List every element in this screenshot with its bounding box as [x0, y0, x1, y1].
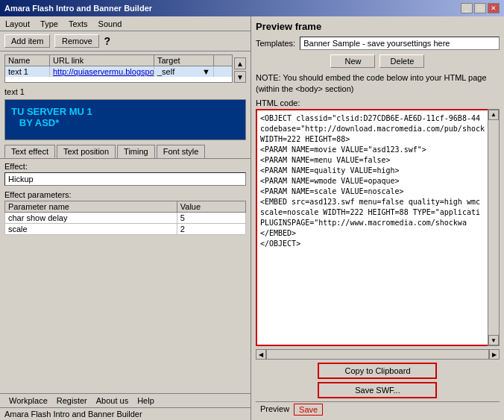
table-row: char show delay 5 [5, 213, 246, 224]
delete-button[interactable]: Delete [379, 54, 424, 68]
list-scroll: ▲ ▼ [234, 54, 246, 83]
scroll-up-arrow[interactable]: ▲ [488, 110, 499, 120]
effect-panel: Effect: Effect parameters: Parameter nam… [0, 159, 251, 238]
list-wrapper: Name URL link Target text 1 http://quias… [4, 54, 246, 83]
cell-url[interactable]: http://quiaservermu.blogspot.c [50, 66, 154, 77]
list-header: Name URL link Target [5, 55, 232, 66]
effect-input[interactable] [4, 172, 246, 186]
cell-name: text 1 [5, 66, 50, 77]
menu-texts[interactable]: Texts [66, 19, 90, 29]
table-row[interactable]: text 1 http://quiaservermu.blogspot.c _s… [5, 66, 232, 77]
html-code-text[interactable]: <OBJECT classid="clsid:D27CDB6E-AE6D-11c… [256, 109, 488, 346]
text-preview-content: TU SERVER MU 1 BY ASD* [11, 106, 239, 128]
params-label: Effect parameters: [4, 190, 246, 199]
scroll-up-arrow[interactable]: ▲ [234, 57, 246, 69]
col-name: Name [5, 55, 50, 66]
add-item-button[interactable]: Add item [4, 34, 50, 48]
col-url: URL link [50, 55, 154, 66]
toolbar: Add item Remove ? [0, 31, 251, 51]
maximize-button[interactable]: □ [474, 3, 486, 13]
scrollbar-vertical[interactable]: ▲ ▼ [488, 109, 500, 346]
templates-label: Templates: [256, 39, 295, 48]
params-table: Parameter name Value char show delay 5 s… [4, 201, 246, 235]
new-button[interactable]: New [330, 54, 375, 68]
scrollbar-horizontal: ◀ ▶ [256, 349, 500, 360]
remove-button[interactable]: Remove [54, 34, 99, 48]
html-code-wrapper: <OBJECT classid="clsid:D27CDB6E-AE6D-11c… [256, 109, 500, 346]
tab-strip: Text effect Text position Timing Font st… [0, 142, 251, 159]
scroll-right-arrow[interactable]: ▶ [489, 349, 500, 360]
right-panel: Preview frame Templates: New Delete NOTE… [251, 16, 504, 420]
save-swf-button[interactable]: Save SWF... [318, 382, 437, 398]
tab-text-effect[interactable]: Text effect [4, 145, 55, 158]
text-preview-box: TU SERVER MU 1 BY ASD* [4, 99, 246, 140]
param-name-1: scale [5, 224, 177, 235]
list-main: Name URL link Target text 1 http://quias… [4, 54, 233, 83]
menu-type[interactable]: Type [38, 19, 60, 29]
right-tab-save[interactable]: Save [294, 404, 323, 416]
preview-frame-title: Preview frame [256, 21, 500, 32]
main-container: Layout Type Texts Sound Add item Remove … [0, 16, 504, 420]
tab-text-position[interactable]: Text position [57, 145, 116, 158]
tab-timing[interactable]: Timing [117, 145, 155, 158]
bottom-tab-register[interactable]: Register [52, 395, 92, 406]
table-row: scale 2 [5, 224, 246, 235]
right-bottom-tabs: Preview Save [256, 401, 500, 416]
menu-sound[interactable]: Sound [96, 19, 125, 29]
text-preview-label: text 1 [0, 86, 251, 98]
params-col-value: Value [177, 201, 245, 213]
menu-bar: Layout Type Texts Sound [0, 16, 251, 31]
template-buttons: New Delete [256, 54, 500, 68]
templates-input[interactable] [300, 37, 500, 50]
status-bar: Amara Flash Intro and Banner Builder [0, 407, 251, 420]
scroll-h-track [266, 349, 489, 360]
html-code-label: HTML code: [256, 98, 500, 107]
scroll-down-arrow[interactable]: ▼ [488, 335, 499, 345]
param-value-1: 2 [177, 224, 245, 235]
close-button[interactable]: ✕ [488, 3, 500, 13]
copy-to-clipboard-button[interactable]: Copy to Clipboard [318, 363, 437, 379]
cell-target: _self ▼ [154, 66, 214, 77]
title-bar: Amara Flash Intro and Banner Builder _ □… [0, 0, 504, 16]
dropdown-arrow-icon[interactable]: ▼ [202, 67, 210, 76]
bottom-tab-help[interactable]: Help [133, 395, 159, 406]
help-icon[interactable]: ? [104, 35, 110, 47]
tab-font-style[interactable]: Font style [157, 145, 206, 158]
bottom-tab-workplace[interactable]: Workplace [4, 395, 52, 406]
scroll-left-arrow[interactable]: ◀ [256, 349, 266, 360]
minimize-button[interactable]: _ [461, 3, 473, 13]
params-col-name: Parameter name [5, 201, 177, 213]
templates-row: Templates: [256, 37, 500, 50]
col-target: Target [154, 55, 214, 66]
window-title: Amara Flash Intro and Banner Builder [4, 4, 152, 13]
bottom-tabs: Workplace Register About us Help [0, 393, 251, 407]
window-controls: _ □ ✕ [461, 3, 500, 13]
scroll-down-arrow[interactable]: ▼ [234, 71, 246, 83]
bottom-tab-about[interactable]: About us [92, 395, 133, 406]
left-panel: Layout Type Texts Sound Add item Remove … [0, 16, 251, 420]
status-text: Amara Flash Intro and Banner Builder [4, 410, 142, 419]
effect-label: Effect: [4, 162, 246, 171]
right-tab-preview[interactable]: Preview [256, 404, 294, 416]
param-name-0: char show delay [5, 213, 177, 224]
note-text: NOTE: You should embed the code below in… [256, 72, 500, 95]
menu-layout[interactable]: Layout [3, 19, 32, 29]
action-buttons: Copy to Clipboard Save SWF... [256, 363, 500, 398]
param-value-0: 5 [177, 213, 245, 224]
